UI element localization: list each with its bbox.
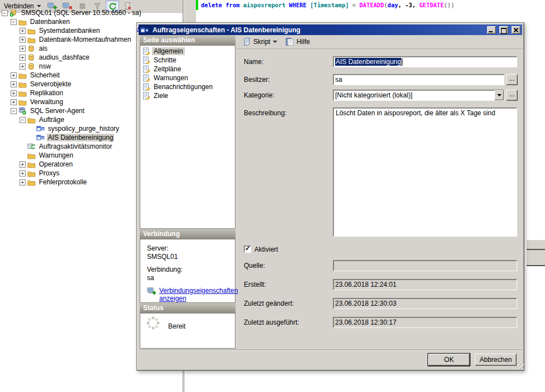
expand-box-icon[interactable]: + xyxy=(11,90,17,96)
page-item-warnungen[interactable]: Warnungen xyxy=(140,74,235,82)
collapse-box-icon[interactable]: − xyxy=(11,108,17,114)
category-value: [Nicht kategorisiert (lokal)] xyxy=(333,90,494,100)
owner-browse-button[interactable]: ... xyxy=(506,74,518,85)
tree-indent-spacer xyxy=(28,135,35,141)
tree-item-label: syspolicy_purge_history xyxy=(47,125,120,133)
view-connection-properties-link[interactable]: Verbindungseigenschaften anzeigen xyxy=(159,287,227,302)
connection-label: Verbindung: xyxy=(147,266,230,273)
sql-token: WHERE xyxy=(289,2,307,8)
collapse-box-icon[interactable]: − xyxy=(11,19,17,25)
dialog-toolbar: Skript Hilfe xyxy=(236,35,523,49)
category-label: Kategorie: xyxy=(244,91,274,99)
script-button-label: Skript xyxy=(253,38,271,46)
status-spinner-icon xyxy=(146,316,160,332)
tree-item-label: nsw xyxy=(38,62,52,70)
tree-item-smsql01-sql-server-10-50-6560-sa[interactable]: −SMSQL01 (SQL Server 10.50.6560 - sa) xyxy=(0,8,183,17)
expand-box-icon[interactable]: + xyxy=(11,81,17,87)
last-executed-label: Zuletzt ausgeführt: xyxy=(244,318,299,326)
page-item-ziele[interactable]: Ziele xyxy=(140,91,235,100)
collapse-box-icon[interactable]: − xyxy=(19,117,26,123)
page-item-allgemein[interactable]: Allgemein xyxy=(140,47,235,56)
last-modified-field: 23.06.2018 12:30:03 xyxy=(333,298,517,309)
last-executed-field: 23.06.2018 12:30:17 xyxy=(333,317,517,328)
created-field: 23.06.2018 12:24:01 xyxy=(333,279,517,290)
minimize-button[interactable] xyxy=(487,26,496,34)
source-label: Quelle: xyxy=(244,262,265,270)
expand-box-icon[interactable]: + xyxy=(19,170,26,177)
tree-item-label: Verwaltung xyxy=(29,98,64,106)
sql-token: aisposreport xyxy=(240,2,289,8)
ssms-screen: Verbinden −SMSQL01 (SQL Server 10.50.656… xyxy=(0,0,545,392)
sql-token: ()) xyxy=(444,2,454,8)
status-text: Bereit xyxy=(168,322,185,330)
page-item-schritte[interactable]: Schritte xyxy=(140,56,235,65)
tree-item-label: Fehlerprotokolle xyxy=(38,178,88,186)
close-button[interactable] xyxy=(512,26,521,34)
cancel-button[interactable]: Abbrechen xyxy=(475,354,517,366)
job-icon xyxy=(140,26,149,34)
expand-box-icon[interactable]: + xyxy=(11,99,17,105)
folder-icon xyxy=(27,36,36,43)
dialog-title-bar[interactable]: Auftragseigenschaften - AIS Datenbereini… xyxy=(139,24,522,35)
maximize-button[interactable] xyxy=(499,26,508,34)
owner-input[interactable]: sa xyxy=(333,74,504,85)
expand-box-icon[interactable]: + xyxy=(19,37,26,43)
status-panel: Bereit xyxy=(140,313,235,349)
page-item-label: Benachrichtigungen xyxy=(152,83,214,91)
last-modified-label: Zuletzt geändert: xyxy=(244,300,294,307)
tree-indent-spacer xyxy=(19,153,26,159)
expand-box-icon[interactable]: + xyxy=(19,55,26,61)
page-item-zeitpl-ne[interactable]: Zeitpläne xyxy=(140,65,235,74)
created-label: Erstellt: xyxy=(244,281,266,288)
page-item-label: Zeitpläne xyxy=(152,65,183,73)
ok-button[interactable]: OK xyxy=(428,354,470,366)
expand-box-icon[interactable]: + xyxy=(19,28,26,34)
text-cursor xyxy=(402,58,402,66)
tree-item-label: Datenbanken xyxy=(29,18,71,26)
agent-icon xyxy=(18,107,27,115)
folder-icon xyxy=(27,169,36,177)
page-item-benachrichtigungen[interactable]: Benachrichtigungen xyxy=(140,82,235,91)
enabled-checkbox-label: Aktiviert xyxy=(254,246,278,253)
expand-box-icon[interactable]: + xyxy=(19,46,26,52)
description-textarea[interactable]: Löscht Daten in aisposreport, die älter … xyxy=(333,107,517,237)
sql-query-text[interactable]: delete from aisposreport WHERE [Timestam… xyxy=(201,2,454,8)
connection-panel: Server: SMSQL01 Verbindung: sa Verbindun… xyxy=(140,239,235,303)
tree-item-label: Warnungen xyxy=(38,151,75,159)
sql-token: day xyxy=(387,2,398,8)
expand-box-icon[interactable]: + xyxy=(19,179,26,185)
collapse-box-icon[interactable]: − xyxy=(2,10,8,16)
owner-label: Besitzer: xyxy=(244,76,270,84)
tree-item-label: Sicherheit xyxy=(29,71,61,79)
expand-box-icon[interactable]: + xyxy=(19,63,26,70)
script-button[interactable]: Skript xyxy=(239,36,280,48)
help-button[interactable]: Hilfe xyxy=(282,36,313,48)
button-area-separator xyxy=(140,350,522,351)
connection-section-header: Verbindung xyxy=(140,229,235,239)
connection-value: sa xyxy=(147,274,230,282)
sql-token: [Timestamp] xyxy=(307,2,352,8)
category-select[interactable]: [Nicht kategorisiert (lokal)] xyxy=(333,90,504,101)
background-pane-fragment xyxy=(527,240,545,249)
database-icon xyxy=(27,53,36,61)
page-item-label: Allgemein xyxy=(152,47,185,55)
tree-item-label: Datenbank-Momentaufnahmen xyxy=(38,36,132,43)
enabled-checkbox[interactable] xyxy=(244,246,251,253)
expand-box-icon[interactable]: + xyxy=(19,161,26,168)
tree-item-label: Operatoren xyxy=(38,160,74,168)
sql-token: delete from xyxy=(201,2,240,8)
combo-arrow-icon[interactable] xyxy=(494,90,504,100)
page-icon xyxy=(143,92,152,100)
name-input[interactable]: AIS Datenbereinigung xyxy=(333,56,517,67)
folder-icon xyxy=(27,151,36,159)
resize-grip[interactable] xyxy=(517,361,524,369)
expand-box-icon[interactable]: + xyxy=(11,72,17,79)
sql-token: DATEADD xyxy=(360,2,384,8)
category-browse-button[interactable]: ... xyxy=(506,90,518,101)
folder-icon xyxy=(27,178,36,186)
tree-item-label: SQL Server-Agent xyxy=(29,107,86,115)
background-pane-fragment xyxy=(527,250,545,265)
tree-item-label: SMSQL01 (SQL Server 10.50.6560 - sa) xyxy=(20,9,143,17)
help-button-label: Hilfe xyxy=(297,38,310,46)
folder-icon xyxy=(18,18,27,26)
